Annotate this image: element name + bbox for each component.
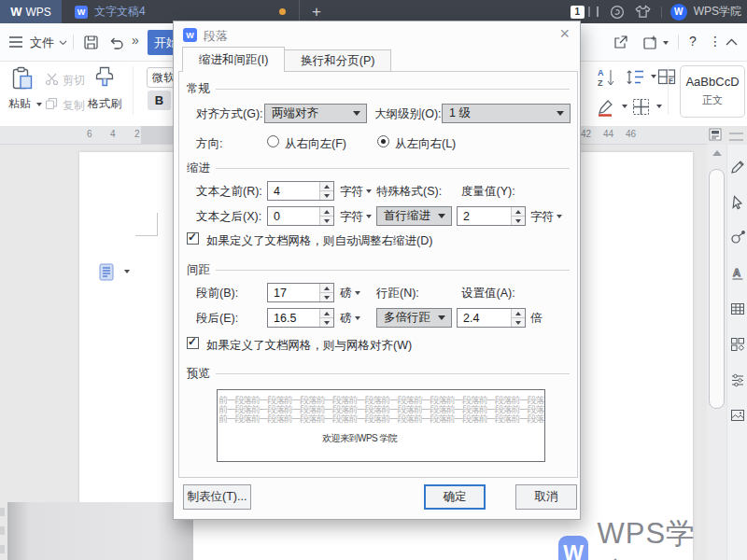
space-after-spinner[interactable]: 16.5 [267, 308, 334, 328]
after-text-spinner[interactable]: 0 [267, 206, 334, 226]
tab-line-page-breaks[interactable]: 换行和分页(P) [285, 49, 391, 72]
before-text-label: 文本之前(R): [196, 184, 262, 200]
space-before-unit[interactable]: 磅 [340, 286, 360, 301]
svg-text:F: F [669, 77, 673, 85]
line-spacing-dropdown-icon[interactable] [651, 75, 656, 78]
at-value-spinner[interactable]: 2.4 [457, 308, 526, 328]
paste-options-icon[interactable] [99, 263, 114, 281]
settings-sliders-icon[interactable] [730, 372, 745, 387]
auto-adjust-checkbox[interactable]: ✓ [187, 232, 199, 245]
sort-icon[interactable]: AZ [597, 67, 616, 89]
section-spacing: 间距 [187, 262, 570, 278]
chevron-down-icon[interactable] [59, 40, 67, 46]
chevron-down-icon [355, 291, 360, 295]
close-icon[interactable]: × [559, 24, 570, 43]
border-dropdown-icon[interactable] [656, 105, 662, 108]
spin-down-icon [512, 317, 525, 327]
pencil-icon[interactable] [730, 160, 745, 175]
highlight-dropdown-icon[interactable] [622, 105, 627, 108]
radio-right-to-left[interactable] [267, 135, 279, 147]
rtl-label: 从右向左(F) [285, 136, 346, 152]
help-icon[interactable]: ? [689, 34, 697, 49]
copy-button[interactable]: 复制 [63, 98, 85, 114]
image-icon[interactable] [730, 408, 745, 423]
vip-icon[interactable] [610, 5, 625, 20]
tabs-button[interactable]: 制表位(T)... [183, 484, 251, 510]
style-gallery-item[interactable]: AaBbCcD 正文 [680, 65, 745, 118]
spin-up-icon [320, 182, 333, 190]
share-icon[interactable] [613, 35, 628, 50]
before-text-unit[interactable]: 字符 [340, 184, 372, 200]
ruler-margin-band [141, 126, 173, 144]
line-spacing-icon[interactable] [626, 68, 644, 87]
save-icon[interactable] [83, 35, 99, 50]
chevron-down-icon [438, 315, 445, 320]
ruler-number: 44 [603, 129, 613, 139]
space-before-spinner[interactable]: 17 [267, 283, 334, 302]
spin-up-icon [512, 309, 525, 317]
spin-down-icon [320, 216, 333, 225]
wordart-icon[interactable]: A [730, 266, 745, 281]
note-dropdown-icon[interactable] [663, 41, 669, 45]
scrollbar-thumb[interactable] [709, 169, 725, 409]
bold-button[interactable]: B [148, 91, 171, 110]
shapes-grid-icon[interactable] [730, 337, 745, 352]
cut-button[interactable]: 剪切 [63, 73, 85, 89]
at-value-label: 设置值(A): [461, 286, 515, 301]
more-commands-icon[interactable]: » [132, 33, 139, 48]
special-format-label: 特殊格式(S): [376, 184, 442, 200]
highlight-icon[interactable] [595, 96, 616, 118]
ruler-number: 46 [626, 129, 636, 139]
snap-to-grid-checkbox[interactable]: ✓ [187, 337, 199, 349]
alignment-select[interactable]: 两端对齐 [264, 104, 367, 123]
chevron-down-icon [366, 189, 372, 193]
hamburger-icon[interactable] [8, 35, 23, 49]
watermark: W WPS学院 [558, 514, 707, 560]
new-note-icon[interactable] [642, 35, 658, 50]
tab-selector-icon[interactable] [709, 128, 722, 141]
after-text-unit[interactable]: 字符 [340, 209, 372, 225]
line-spacing-select[interactable]: 多倍行距 [376, 308, 452, 328]
undo-icon[interactable] [108, 35, 124, 50]
paste-button[interactable]: 粘贴 [8, 96, 31, 112]
shape-icon[interactable] [730, 231, 745, 245]
wps-menu-button[interactable]: W WPS [0, 0, 62, 23]
radio-left-to-right[interactable] [377, 135, 389, 147]
spin-down-icon [320, 317, 333, 327]
account-avatar[interactable]: W [670, 4, 687, 21]
after-text-label: 文本之后(X): [196, 209, 261, 225]
measure-spinner[interactable]: 2 [457, 206, 526, 226]
check-icon: ✓ [188, 232, 198, 242]
measure-unit[interactable]: 字符 [530, 209, 562, 225]
notification-badge[interactable]: 1 [571, 6, 585, 19]
wps-logo-icon: W [10, 5, 21, 19]
cancel-button[interactable]: 取消 [515, 484, 577, 510]
document-tab-title: 文字文稿4 [94, 4, 146, 20]
account-name[interactable]: WPS学院 [694, 4, 741, 20]
border-icon[interactable] [631, 97, 651, 117]
divider-bars-icon [588, 7, 599, 17]
snap-to-grid-label: 如果定义了文档网格，则与网格对齐(W) [206, 338, 412, 354]
more-dots-icon[interactable]: ⋮ [709, 34, 722, 49]
preview-body-text: 欢迎来到WPS 学院 [322, 432, 544, 445]
table-icon[interactable] [730, 301, 745, 316]
ruler-number: 6 [87, 129, 92, 139]
outline-level-select[interactable]: 1 级 [442, 104, 571, 123]
format-painter-button[interactable]: 格式刷 [88, 96, 121, 112]
ok-button[interactable]: 确定 [424, 484, 486, 510]
space-after-unit[interactable]: 磅 [340, 311, 360, 327]
paste-options-dropdown-icon[interactable] [124, 270, 130, 273]
file-menu[interactable]: 文件 [30, 35, 54, 51]
scroll-up-icon[interactable] [712, 150, 722, 156]
before-text-spinner[interactable]: 4 [267, 181, 334, 201]
sidebar-handle[interactable] [729, 133, 743, 141]
cursor-icon[interactable] [730, 195, 745, 210]
ruler-number: 42 [581, 129, 591, 139]
special-format-select[interactable]: 首行缩进 [376, 206, 452, 226]
paste-dropdown-icon[interactable] [36, 103, 42, 106]
preview-filler-line: 前一段落前一段落前一段落前一段落前一段落前一段落前一段落前一段落前一段落前一段落 [218, 405, 544, 414]
vertical-scrollbar[interactable] [707, 145, 726, 560]
collapse-ribbon-icon[interactable] [726, 38, 738, 46]
skin-icon[interactable] [635, 5, 651, 19]
tab-indents-spacing[interactable]: 缩进和间距(I) [182, 47, 285, 72]
